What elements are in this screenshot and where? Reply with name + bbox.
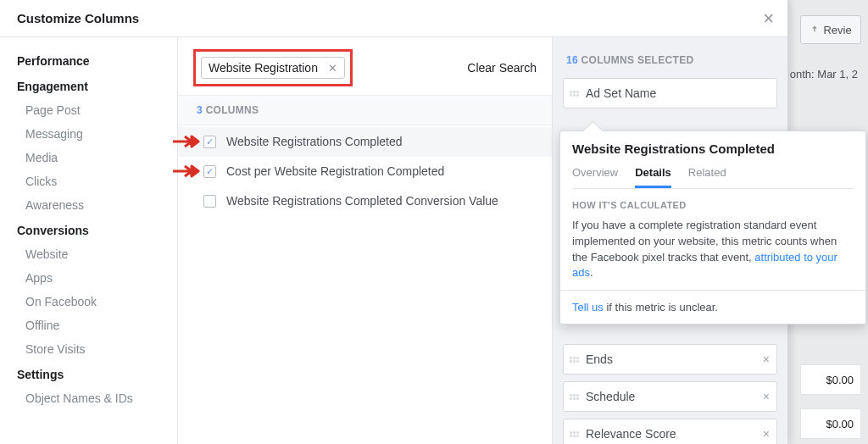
remove-icon[interactable]: ×: [763, 352, 770, 366]
clear-chip-icon[interactable]: ✕: [328, 63, 337, 74]
column-checkbox[interactable]: [203, 195, 216, 208]
drag-handle-icon[interactable]: [569, 352, 579, 367]
drag-handle-icon[interactable]: [569, 86, 579, 101]
column-label: Website Registrations Completed Conversi…: [226, 193, 498, 209]
sidebar-item-messaging[interactable]: Messaging: [0, 122, 177, 146]
sidebar-item-apps[interactable]: Apps: [0, 266, 177, 290]
sidebar-item-page-post[interactable]: Page Post: [0, 98, 177, 122]
cost-cell: $0.00: [800, 364, 861, 395]
columns-panel: Website Registration ✕ Clear Search 3 CO…: [178, 37, 552, 444]
tab-overview[interactable]: Overview: [572, 163, 618, 188]
selected-item-label: Ends: [586, 352, 758, 366]
search-term: Website Registration: [209, 61, 318, 75]
close-icon[interactable]: ×: [763, 9, 774, 28]
sidebar-heading-settings[interactable]: Settings: [0, 361, 177, 386]
column-label: Website Registrations Completed: [226, 134, 403, 150]
selected-count-header: 16 COLUMNS SELECTED: [563, 54, 777, 66]
column-row-website-registrations-completed[interactable]: Website Registrations Completed: [178, 127, 552, 157]
column-checkbox[interactable]: [203, 136, 216, 148]
sidebar-item-media[interactable]: Media: [0, 146, 177, 169]
column-checkbox[interactable]: [203, 165, 216, 178]
sidebar-item-website[interactable]: Website: [0, 242, 177, 266]
sidebar-item-awareness[interactable]: Awareness: [0, 193, 177, 217]
upload-icon: [810, 25, 820, 35]
tab-related[interactable]: Related: [688, 163, 726, 188]
selected-item-label: Relevance Score: [586, 427, 758, 441]
annotation-arrow-icon: [173, 164, 200, 179]
clear-search-button[interactable]: Clear Search: [467, 61, 537, 75]
column-row-conversion-value[interactable]: Website Registrations Completed Conversi…: [178, 186, 552, 216]
selected-item-relevance-score[interactable]: Relevance Score ×: [563, 419, 777, 444]
remove-icon[interactable]: ×: [763, 390, 770, 403]
column-row-cost-per-website-registration[interactable]: Cost per Website Registration Completed: [178, 157, 552, 186]
dialog-title: Customize Columns: [17, 11, 763, 25]
dialog-header: Customize Columns ×: [0, 0, 787, 37]
tooltip-subheading: HOW IT'S CALCULATED: [572, 199, 854, 213]
tooltip-tabs: Overview Details Related: [572, 163, 854, 189]
tooltip-footer-text: if this metric is unclear.: [604, 301, 718, 314]
search-filter-chip[interactable]: Website Registration ✕: [201, 57, 345, 79]
tooltip-footer: Tell us if this metric is unclear.: [560, 290, 865, 324]
annotation-arrow-icon: [173, 134, 200, 149]
date-range-label: onth: Mar 1, 2: [787, 61, 861, 86]
columns-count-header: 3 COLUMNS: [178, 95, 552, 125]
sidebar-heading-engagement[interactable]: Engagement: [0, 73, 177, 98]
review-button[interactable]: Revie: [800, 15, 861, 44]
selected-item-schedule[interactable]: Schedule ×: [563, 381, 777, 412]
tooltip-body: HOW IT'S CALCULATED If you have a comple…: [560, 189, 865, 290]
selected-item-ends[interactable]: Ends ×: [563, 344, 777, 375]
sidebar-item-on-facebook[interactable]: On Facebook: [0, 290, 177, 314]
cost-cell: $0.00: [800, 408, 861, 439]
drag-handle-icon[interactable]: [569, 426, 579, 441]
selected-item-ad-set-name[interactable]: Ad Set Name: [563, 78, 777, 108]
tell-us-link[interactable]: Tell us: [572, 301, 604, 314]
sidebar-heading-performance[interactable]: Performance: [0, 47, 177, 73]
sidebar-item-clicks[interactable]: Clicks: [0, 169, 177, 193]
remove-icon[interactable]: ×: [763, 427, 770, 441]
sidebar-item-store-visits[interactable]: Store Visits: [0, 337, 177, 361]
column-label: Cost per Website Registration Completed: [226, 164, 444, 180]
drag-handle-icon[interactable]: [569, 389, 579, 404]
category-sidebar: Performance Engagement Page Post Messagi…: [0, 37, 178, 444]
tooltip-title: Website Registrations Completed: [572, 142, 854, 156]
selected-item-label: Ad Set Name: [586, 86, 770, 100]
columns-list: Website Registrations Completed Cost per…: [178, 125, 552, 216]
sidebar-item-offline[interactable]: Offline: [0, 314, 177, 337]
sidebar-item-object-names-ids[interactable]: Object Names & IDs: [0, 386, 177, 410]
tooltip-body-suffix: .: [590, 266, 593, 279]
tab-details[interactable]: Details: [635, 163, 671, 188]
sidebar-heading-conversions[interactable]: Conversions: [0, 217, 177, 242]
selected-item-label: Schedule: [586, 390, 758, 403]
metric-tooltip: Website Registrations Completed Overview…: [559, 130, 866, 325]
search-highlight-annotation: Website Registration ✕: [193, 49, 353, 86]
